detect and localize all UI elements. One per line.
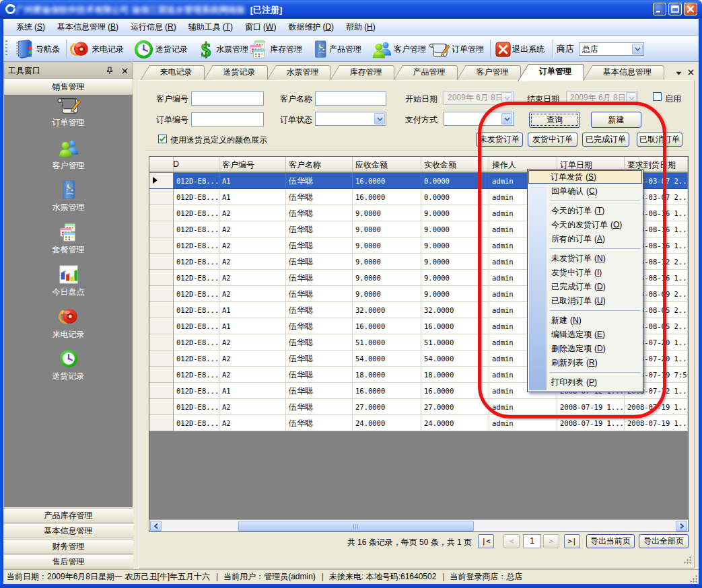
row-selector-cell[interactable]: [149, 270, 174, 286]
row-selector-cell[interactable]: [149, 205, 174, 221]
minimize-button[interactable]: [653, 3, 666, 15]
tab[interactable]: 产品管理: [394, 65, 458, 79]
row-selector-cell[interactable]: [149, 415, 174, 431]
sidebar-item-water-ticket-mgmt[interactable]: 水票管理: [4, 180, 133, 213]
tab-close-icon[interactable]: [688, 68, 694, 77]
export-current-page-button[interactable]: 导出当前页: [586, 534, 635, 548]
status-segment-text: 当前登录商店：总店: [450, 572, 523, 581]
sidebar-item-customer-mgmt[interactable]: 客户管理: [4, 138, 133, 172]
scroll-left-button[interactable]: [150, 521, 162, 531]
toolbar-order-button[interactable]: 订单管理: [428, 38, 484, 61]
sidebar-item-daily-check[interactable]: 今日盘点: [4, 264, 133, 298]
menu-item[interactable]: 系统(S): [10, 20, 51, 34]
toolbar-water-ticket-button[interactable]: $ 水票管理: [197, 38, 248, 61]
scrollbar-thumb[interactable]: [238, 521, 474, 531]
row-selector-cell[interactable]: [149, 399, 174, 415]
toolbar-inventory-button[interactable]: 库存管理: [248, 38, 302, 61]
cell-customer-code: A2: [219, 221, 286, 237]
sidebar-section-button[interactable]: 售后管理: [3, 554, 133, 569]
menu-item[interactable]: 窗口(W): [239, 20, 282, 34]
sidebar-section-header[interactable]: 销售管理: [3, 79, 133, 95]
toolbar-exit-button[interactable]: 退出系统: [495, 38, 545, 61]
next-page-button[interactable]: >: [543, 534, 559, 548]
tab[interactable]: 送货记录: [204, 65, 268, 79]
column-header-customer-name[interactable]: 客户名称: [286, 157, 353, 172]
tab[interactable]: 订单管理: [520, 64, 584, 81]
row-selector-cell[interactable]: [149, 237, 174, 254]
cell-id: 012D-E8...: [174, 205, 219, 221]
tab[interactable]: 基本信息管理: [584, 65, 664, 79]
toolbar-navigator-button[interactable]: 导航条: [13, 38, 60, 61]
toolbar-grip[interactable]: [5, 40, 8, 57]
toolbar-product-button[interactable]: 产品管理: [313, 38, 361, 61]
prev-page-button[interactable]: <: [503, 534, 520, 548]
page-number-input[interactable]: 1: [523, 534, 541, 548]
menu-item[interactable]: 数据维护(D): [282, 20, 340, 34]
close-button[interactable]: [684, 3, 697, 15]
sidebar-item-package-mgmt[interactable]: 套餐管理: [4, 222, 133, 256]
delivery-color-checkbox[interactable]: [158, 135, 167, 143]
customer-name-input[interactable]: [315, 91, 386, 106]
row-selector-cell[interactable]: [149, 318, 174, 334]
toolbar-customer-button[interactable]: 客户管理: [372, 38, 426, 61]
chevron-down-icon[interactable]: [374, 113, 385, 124]
maximize-button[interactable]: [668, 3, 682, 15]
export-all-pages-button[interactable]: 导出全部页: [639, 534, 689, 548]
menu-item[interactable]: 基本信息管理(B): [51, 20, 125, 34]
row-selector-cell[interactable]: [149, 286, 174, 302]
cell-customer-code: A1: [219, 302, 286, 318]
column-header-id[interactable]: ID: [174, 157, 219, 172]
pin-button[interactable]: [104, 65, 115, 76]
row-selector-cell[interactable]: [149, 254, 174, 270]
shop-select[interactable]: 总店: [579, 42, 644, 56]
scroll-right-button[interactable]: [676, 521, 687, 531]
row-selector-cell[interactable]: [149, 351, 174, 367]
tab[interactable]: 库存管理: [330, 65, 394, 79]
cell-customer-code: A2: [219, 254, 286, 270]
tab[interactable]: 来电记录: [141, 65, 205, 79]
toolbar-call-log-button[interactable]: 来电记录: [69, 38, 124, 61]
order-status-select[interactable]: [315, 112, 386, 126]
chevron-down-icon[interactable]: [632, 44, 643, 54]
sidebar-section-button[interactable]: 财务管理: [3, 539, 133, 554]
row-selector-cell[interactable]: [149, 334, 174, 351]
enable-date-checkbox[interactable]: [653, 92, 662, 101]
last-page-button[interactable]: >|: [564, 534, 580, 548]
cell-id: 012D-E8...: [174, 399, 219, 415]
sidebar-item-delivery-log[interactable]: 送货记录: [4, 348, 133, 382]
row-selector-cell[interactable]: [149, 221, 174, 237]
cell-customer-code: A2: [219, 270, 286, 286]
window-border: [699, 16, 702, 588]
row-selector-cell[interactable]: [149, 383, 174, 399]
row-selector-cell[interactable]: [149, 173, 174, 189]
window-resize-grip[interactable]: [690, 575, 697, 583]
close-panel-button[interactable]: [119, 65, 130, 76]
menu-item[interactable]: 帮助(H): [340, 20, 382, 34]
menu-item[interactable]: 运行信息(R): [125, 20, 182, 34]
sidebar-section-button-label: 产品库存管理: [44, 511, 93, 520]
column-header-receivable[interactable]: 应收金额: [353, 157, 421, 172]
sidebar-item-call-log[interactable]: 来电记录: [4, 307, 133, 340]
sidebar-section-button[interactable]: 产品库存管理: [3, 508, 133, 523]
resize-grip[interactable]: [684, 556, 691, 564]
tab-list-dropdown-icon[interactable]: [676, 68, 682, 77]
row-selector-cell[interactable]: [149, 189, 174, 205]
row-selector-cell[interactable]: [149, 302, 174, 318]
sidebar-item-order-mgmt[interactable]: 订单管理: [4, 95, 133, 128]
order-code-input[interactable]: [191, 112, 264, 126]
tab[interactable]: 客户管理: [457, 65, 521, 79]
row-selector-cell[interactable]: [149, 367, 174, 383]
row-selector-header[interactable]: [149, 157, 174, 172]
status-segment: 未接来电: 本地号码:61640502: [316, 571, 437, 583]
sidebar-section-button[interactable]: 基本信息管理: [3, 523, 133, 538]
menu-item[interactable]: 辅助工具(T): [182, 20, 239, 34]
toolbar-delivery-log-button[interactable]: 送货记录: [133, 38, 188, 61]
tab[interactable]: 水票管理: [267, 65, 331, 79]
book-icon: [60, 180, 77, 200]
cell-id: 012D-E8...: [174, 383, 219, 399]
cell-customer-name: 伍华聪: [286, 270, 353, 286]
first-page-button[interactable]: |<: [478, 534, 494, 548]
tool-window-panel: 工具窗口 销售管理 订单管理 客户管理 水票管理: [3, 62, 135, 569]
column-header-customer-code[interactable]: 客户编号: [219, 157, 286, 172]
customer-code-input[interactable]: [191, 91, 264, 106]
